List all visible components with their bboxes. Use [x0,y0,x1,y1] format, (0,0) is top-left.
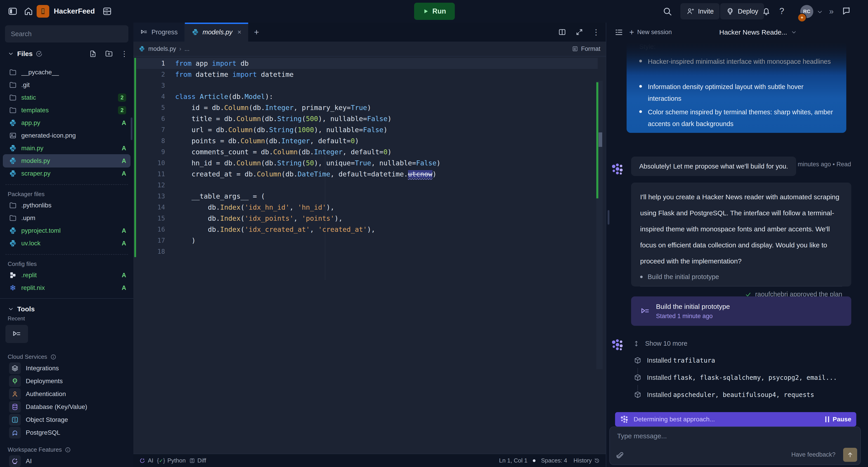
file-row[interactable]: .git [3,79,130,91]
format-button[interactable]: Format [572,45,600,53]
send-button[interactable] [843,448,857,462]
tool-database[interactable]: Database (Key/Value) [3,400,130,413]
help-icon[interactable]: ? [779,6,784,16]
info-icon[interactable] [65,447,71,453]
tool-object-storage[interactable]: 1001 Object Storage [3,413,130,426]
task-card[interactable]: Build the initial prototype Started 1 mi… [631,296,851,326]
python-file-icon [192,29,199,36]
code-line[interactable]: 18 [133,246,606,257]
status-indentation[interactable]: Spaces: 4 [541,457,567,464]
search-box[interactable] [5,25,128,42]
editor-scrollbar-thumb[interactable] [598,132,602,147]
tab-progress[interactable]: Progress [133,23,185,41]
file-row[interactable]: main.py A [3,142,130,155]
collapse-panel-icon[interactable]: » [829,7,834,16]
invite-button[interactable]: Invite [680,3,719,20]
workspace-layout-icon[interactable] [102,6,112,16]
replit-file-icon [9,271,17,279]
breadcrumb-file[interactable]: models.py [148,45,176,53]
code-line[interactable]: 11 created_at = db.Column(db.DateTime, d… [133,169,606,179]
new-chat-icon[interactable] [841,6,852,16]
code-line[interactable]: 10 hn_id = db.Column(db.String(50), uniq… [133,158,606,169]
file-row[interactable]: static 2 [3,91,130,104]
sidebar-scrollbar[interactable] [131,118,132,140]
code-line[interactable]: 6 title = db.Column(db.String(500), null… [133,113,606,124]
status-language[interactable]: {✓} Python [157,457,186,464]
project-title[interactable]: HackerFeed [54,7,95,15]
sidebar-toggle-icon[interactable] [8,6,18,16]
code-line[interactable]: 17 ) [133,235,606,246]
code-line[interactable]: 14 db.Index('idx_hn_id', 'hn_id'), [133,202,606,213]
code-line[interactable]: 4class Article(db.Model): [133,91,606,102]
notifications-icon[interactable] [761,6,771,16]
tool-deployments[interactable]: Deployments [3,375,130,388]
code-line[interactable]: 8 points = db.Column(db.Integer, default… [133,135,606,146]
code-line[interactable]: 7 url = db.Column(db.String(1000), nulla… [133,124,606,135]
chat-input-card[interactable]: Have feedback? [610,427,861,465]
file-row[interactable]: scraper.py A [3,167,130,180]
account-chevron-down-icon[interactable] [816,8,823,15]
show-more-button[interactable]: Show 10 more [633,340,687,347]
file-row[interactable]: .replit A [3,269,130,281]
home-icon[interactable] [24,6,33,16]
code-line[interactable]: 3 [133,80,606,91]
status-ai[interactable]: AI [139,457,153,464]
new-tab-icon[interactable]: + [248,23,265,41]
code-line[interactable]: 9 comments_count = db.Column(db.Integer,… [133,146,606,158]
files-section-header[interactable]: Files ⋮ [0,47,133,60]
status-diff[interactable]: Diff [189,457,206,464]
status-history[interactable]: History [574,457,600,464]
tools-section-header[interactable]: Tools [0,303,133,315]
info-icon[interactable] [51,354,56,360]
file-row[interactable]: generated-icon.png [3,129,130,142]
code-line[interactable]: 5 id = db.Column(db.Integer, primary_key… [133,102,606,113]
file-row[interactable]: .pythonlibs [3,199,130,212]
file-row[interactable]: templates 2 [3,104,130,116]
new-file-icon[interactable] [89,50,97,58]
tool-authentication[interactable]: Authentication [3,388,130,400]
new-session-button[interactable]: + New session [629,28,672,37]
attach-paperclip-icon[interactable] [616,452,624,460]
ai-sparkle-icon [11,458,19,465]
chat-message-input[interactable] [617,432,821,440]
chat-scrollbar[interactable] [608,210,610,225]
run-button[interactable]: Run [414,3,455,20]
pause-button[interactable]: Pause [825,416,851,423]
code-line[interactable]: 16 db.Index('idx_created_at', 'created_a… [133,224,606,235]
task-title: Build the initial prototype [656,303,730,310]
tool-ai[interactable]: AI [3,455,130,467]
tool-integrations[interactable]: Integrations [3,362,130,375]
tool-label: Database (Key/Value) [26,403,87,410]
feedback-link[interactable]: Have feedback? [792,451,835,458]
file-row[interactable]: ❄ replit.nix A [3,281,130,294]
file-row[interactable]: __pycache__ [3,66,130,79]
code-area[interactable]: 1from app import db2from datetime import… [133,57,606,454]
expand-icon[interactable] [575,28,584,36]
recent-tool-console[interactable] [5,325,28,343]
status-cursor-position[interactable]: Ln 1, Col 1 [499,457,528,464]
file-row[interactable]: .upm [3,212,130,224]
code-line[interactable]: 1from app import db [133,58,606,69]
close-tab-icon[interactable]: × [237,28,241,36]
tool-postgresql[interactable]: PostgreSQL [3,426,130,439]
split-pane-icon[interactable] [558,28,566,36]
breadcrumb-more[interactable]: ... [184,45,190,53]
code-line[interactable]: 12 [133,179,606,191]
project-app-icon[interactable] [37,5,49,18]
file-row[interactable]: uv.lock A [3,237,130,249]
code-line[interactable]: 15 db.Index('idx_points', 'points'), [133,213,606,224]
files-menu-icon[interactable]: ⋮ [121,49,128,58]
code-line[interactable]: 2from datetime import datetime [133,69,606,80]
code-line[interactable]: 13 __table_args__ = ( [133,191,606,202]
deploy-button[interactable]: Deploy [720,3,764,20]
editor-menu-icon[interactable]: ⋮ [592,28,600,37]
file-row[interactable]: app.py A [3,116,130,129]
file-row[interactable]: pyproject.toml A [3,224,130,237]
new-folder-icon[interactable] [105,50,113,58]
search-icon[interactable] [662,6,672,16]
file-row-selected[interactable]: models.py A [3,155,130,167]
search-input[interactable] [5,30,128,38]
sessions-list-icon[interactable] [614,28,623,37]
tab-models-py[interactable]: models.py × [185,23,248,41]
session-title-dropdown[interactable]: Hacker News Reade... [719,29,797,36]
